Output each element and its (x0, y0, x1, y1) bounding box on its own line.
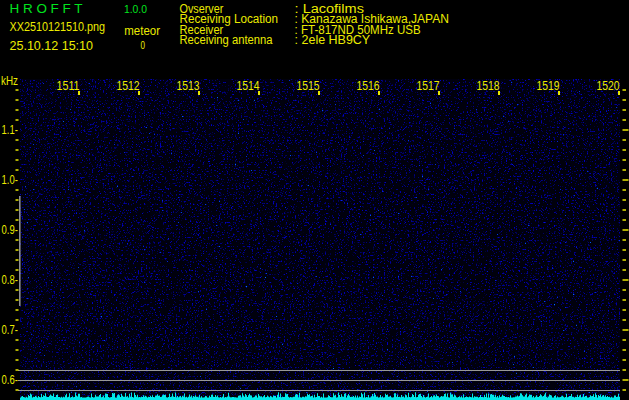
svg-text:1518: 1518 (477, 78, 500, 93)
svg-text:1519: 1519 (537, 78, 560, 93)
svg-text:Receiving antenna: Receiving antenna (180, 33, 273, 47)
svg-text:25.10.12 15:10: 25.10.12 15:10 (10, 38, 94, 53)
svg-text:0.9-: 0.9- (2, 223, 18, 237)
svg-text:1520: 1520 (597, 78, 620, 93)
svg-text:H R O F F T: H R O F F T (10, 1, 84, 16)
svg-text:0.7-: 0.7- (2, 323, 18, 337)
svg-text:1.0.0: 1.0.0 (124, 4, 147, 15)
svg-text:kHz: kHz (1, 74, 18, 88)
svg-text:: 2ele HB9CY: : 2ele HB9CY (295, 33, 371, 47)
svg-text:1517: 1517 (417, 78, 440, 93)
svg-text:1.0-: 1.0- (2, 173, 18, 187)
svg-text:0.6-: 0.6- (2, 373, 18, 387)
svg-text:XX2510121510.png: XX2510121510.png (10, 19, 106, 34)
svg-text:1511: 1511 (57, 78, 80, 93)
svg-text:0.8-: 0.8- (2, 273, 18, 287)
svg-text:0: 0 (141, 39, 146, 51)
svg-text:1513: 1513 (177, 78, 200, 93)
svg-text:1515: 1515 (297, 78, 320, 93)
svg-text:1516: 1516 (357, 78, 380, 93)
svg-text:1512: 1512 (117, 78, 140, 93)
svg-text:meteor: meteor (124, 23, 160, 38)
svg-text:1.1-: 1.1- (2, 123, 18, 137)
svg-text:1514: 1514 (237, 78, 260, 93)
